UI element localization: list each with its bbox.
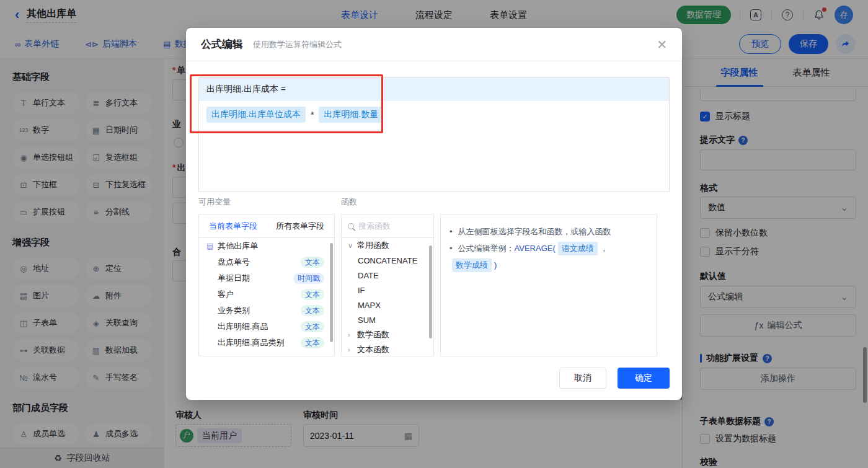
variable-name: 业务类别 [218,305,250,316]
formula-editor-modal: 公式编辑 使用数学运算符编辑公式 ✕ 出库明细.出库成本 = 出库明细.出库单位… [186,28,682,400]
formula-tips-panel: • 从左侧面板选择字段名和函数，或输入函数 • 公式编辑举例： AVERAGE(… [440,214,657,356]
tip-example-chip1: 语文成绩 [558,242,598,255]
confirm-button[interactable]: 确定 [618,368,670,389]
search-icon [348,223,354,229]
formula-token-operand2[interactable]: 出库明细.数量 [319,107,383,123]
variable-name: 客户 [218,289,234,300]
tip-example-separator: ， [600,240,608,257]
variable-row-业务类别[interactable]: 业务类别文本 [199,302,334,319]
variable-type-badge: 文本 [301,289,324,300]
functions-section-label: 函数 [341,196,357,208]
close-icon[interactable]: ✕ [657,38,667,51]
variables-panel: 当前表单字段 所有表单字段 ▤ 其他出库单 盘点单号文本单据日期时间戳客户文本业… [198,214,335,356]
function-group-文本函数[interactable]: ›文本函数 [342,342,433,356]
variable-name: 出库明细.商品类别 [218,337,285,348]
function-group-label: 常用函数 [357,240,389,251]
function-group-数学函数[interactable]: ›数学函数 [342,327,433,342]
formula-expression: 出库明细.出库单位成本 * 出库明细.数量 [199,101,669,123]
variable-row-单据日期[interactable]: 单据日期时间戳 [199,270,334,286]
function-search-input[interactable] [358,221,420,231]
function-search[interactable] [342,214,433,238]
variable-type-badge: 时间戳 [293,273,324,284]
variable-row-出库明细.商品类别[interactable]: 出库明细.商品类别文本 [199,335,334,351]
variables-tabs: 当前表单字段 所有表单字段 [199,214,334,238]
variable-name: 出库明细.商品 [218,321,268,332]
variable-type-badge: 文本 [301,337,324,348]
variable-row-出库明细.商品[interactable]: 出库明细.商品文本 [199,319,334,335]
variables-root-label: 其他出库单 [218,241,258,252]
variable-name: 单据日期 [218,273,250,284]
bullet-icon: • [450,223,453,240]
function-group-label: 文本函数 [357,344,389,355]
variable-row-客户[interactable]: 客户文本 [199,286,334,302]
variables-section-label: 可用变量 [198,196,231,208]
tab-all-form-fields[interactable]: 所有表单字段 [276,221,324,232]
functions-scrollbar[interactable] [429,245,432,338]
variables-tree-root[interactable]: ▤ 其他出库单 [199,238,334,254]
formula-target-line: 出库明细.出库成本 = [199,77,669,101]
variable-row-盘点单号[interactable]: 盘点单号文本 [199,254,334,270]
tip-example-close: ) [494,257,497,273]
formula-editor-area[interactable]: 出库明细.出库成本 = 出库明细.出库单位成本 * 出库明细.数量 [198,77,670,192]
app-window: ‹ 其他出库单 表单设计 流程设定 表单设置 数据管理 A ? 存 ∞表单外链⊲… [0,0,868,468]
chevron-down-icon: ∨ [348,242,353,250]
function-item-SUM[interactable]: SUM [342,312,433,327]
formula-token-operand1[interactable]: 出库明细.出库单位成本 [206,107,306,123]
cancel-button[interactable]: 取消 [559,368,606,389]
tip-line-1: • 从左侧面板选择字段名和函数，或输入函数 [450,223,648,240]
tab-current-form-fields[interactable]: 当前表单字段 [209,221,257,232]
function-group-常用函数[interactable]: ∨常用函数 [342,238,433,253]
form-doc-icon: ▤ [206,242,213,250]
function-item-IF[interactable]: IF [342,283,433,298]
tip-example-prefix: 公式编辑举例： [458,240,515,257]
function-item-MAPX[interactable]: MAPX [342,298,433,312]
modal-title: 公式编辑 [201,37,243,51]
chevron-right-icon: › [348,346,353,353]
tip-line-2: • 公式编辑举例： AVERAGE( 语文成绩 ， 数学成绩 ) [450,240,648,273]
modal-subtitle: 使用数学运算符编辑公式 [253,39,342,50]
variable-type-badge: 文本 [301,257,324,268]
function-item-DATE[interactable]: DATE [342,268,433,283]
function-item-CONCATENATE[interactable]: CONCATENATE [342,253,433,268]
variables-scrollbar[interactable] [330,243,333,342]
formula-operator: * [311,110,314,120]
variable-name: 盘点单号 [218,257,250,268]
tip-example-func: AVERAGE( [515,240,556,257]
tip-text-1: 从左侧面板选择字段名和函数，或输入函数 [458,223,611,240]
modal-header: 公式编辑 使用数学运算符编辑公式 ✕ [186,28,682,61]
function-group-label: 数学函数 [357,329,389,340]
functions-panel: ∨常用函数CONCATENATEDATEIFMAPXSUM›数学函数›文本函数 [341,214,434,356]
variable-type-badge: 文本 [301,321,324,332]
bullet-icon: • [450,240,453,257]
variable-type-badge: 文本 [301,305,324,316]
tip-example-chip2: 数学成绩 [452,258,492,272]
chevron-right-icon: › [348,331,353,338]
